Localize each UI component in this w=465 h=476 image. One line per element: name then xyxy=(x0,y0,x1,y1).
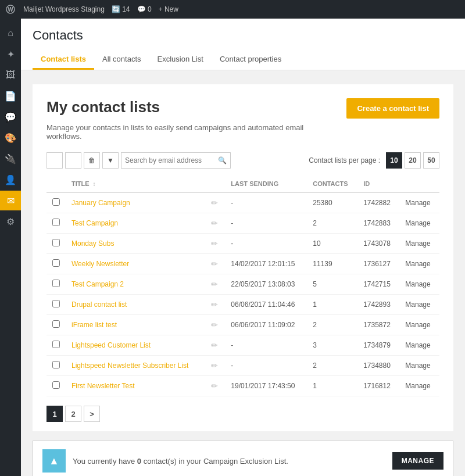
sidebar-comments[interactable]: 💬 xyxy=(0,107,21,127)
list-name-link[interactable]: Monday Subs xyxy=(71,239,114,248)
content-area: My contact lists Manage your contacts in… xyxy=(21,70,465,476)
exclusion-count: 0 xyxy=(137,457,141,466)
row-checkbox[interactable] xyxy=(52,198,60,206)
row-checkbox-cell xyxy=(46,274,66,295)
wp-logo: W xyxy=(5,3,16,15)
row-checkbox[interactable] xyxy=(52,381,60,389)
per-page-10[interactable]: 10 xyxy=(386,152,402,169)
row-checkbox-cell xyxy=(46,335,66,356)
row-edit-cell: ✏ xyxy=(205,254,226,274)
row-id: 1743078 xyxy=(357,234,399,254)
sidebar-appearance[interactable]: 🎨 xyxy=(0,128,21,148)
sidebar-mailjet[interactable]: ✉ xyxy=(0,191,21,210)
th-edit xyxy=(205,176,226,192)
row-checkbox[interactable] xyxy=(52,341,60,348)
list-name-link[interactable]: Test Campaign 2 xyxy=(71,280,124,288)
sidebar-plugins[interactable]: 🔌 xyxy=(0,149,21,169)
edit-icon[interactable]: ✏ xyxy=(211,381,218,391)
manage-link[interactable]: Manage xyxy=(405,239,430,248)
row-checkbox-cell xyxy=(46,234,66,254)
sidebar-pages[interactable]: 📄 xyxy=(0,86,21,106)
list-name-link[interactable]: January Campaign xyxy=(71,199,130,207)
list-name-link[interactable]: Test Campaign xyxy=(71,219,118,227)
row-checkbox[interactable] xyxy=(52,219,60,226)
manage-link[interactable]: Manage xyxy=(405,219,430,227)
select-all-button[interactable] xyxy=(46,152,63,169)
table-row: Lightspeed Newsletter Subscriber List ✏ … xyxy=(46,356,439,376)
exclusion-manage-button[interactable]: MANAGE xyxy=(392,452,443,470)
manage-link[interactable]: Manage xyxy=(405,321,430,329)
tab-exclusion-list[interactable]: Exclusion List xyxy=(149,50,212,70)
manage-link[interactable]: Manage xyxy=(405,341,430,349)
edit-icon[interactable]: ✏ xyxy=(211,259,218,269)
tab-contact-lists[interactable]: Contact lists xyxy=(33,50,94,70)
row-contacts: 2 xyxy=(307,315,357,335)
list-name-link[interactable]: Drupal contact list xyxy=(71,300,127,309)
list-name-link[interactable]: Lightspeed Customer List xyxy=(71,341,151,349)
exclusion-text: You currently have 0 contact(s) in your … xyxy=(73,457,385,466)
edit-icon[interactable]: ✏ xyxy=(211,341,218,350)
row-id: 1742893 xyxy=(357,295,399,315)
row-checkbox[interactable] xyxy=(52,320,60,328)
page-1-button[interactable]: 1 xyxy=(46,406,63,422)
th-title[interactable]: TITLE ↕ xyxy=(66,176,205,192)
page-next-button[interactable]: > xyxy=(84,406,100,422)
manage-link[interactable]: Manage xyxy=(405,260,430,268)
edit-icon[interactable]: ✏ xyxy=(211,280,218,289)
list-name-link[interactable]: iFrame list test xyxy=(71,321,117,329)
site-name[interactable]: Mailjet Wordpress Staging xyxy=(23,5,105,13)
filter-button[interactable]: ▼ xyxy=(102,152,119,169)
comments-count[interactable]: 💬 0 xyxy=(137,5,152,13)
row-id: 1742883 xyxy=(357,213,399,234)
manage-link[interactable]: Manage xyxy=(405,362,430,370)
edit-icon[interactable]: ✏ xyxy=(211,219,218,228)
per-page-50[interactable]: 50 xyxy=(423,152,439,169)
row-checkbox[interactable] xyxy=(52,300,60,307)
row-contacts: 1 xyxy=(307,295,357,315)
th-manage xyxy=(399,176,439,192)
per-page-control: Contact lists per page : 10 20 50 xyxy=(309,152,439,169)
new-button[interactable]: + New xyxy=(159,5,178,13)
manage-link[interactable]: Manage xyxy=(405,300,430,309)
create-contact-list-button[interactable]: Create a contact list xyxy=(346,98,439,119)
edit-icon[interactable]: ✏ xyxy=(211,361,218,370)
row-contacts: 25380 xyxy=(307,192,357,213)
row-checkbox[interactable] xyxy=(52,280,60,287)
per-page-label: Contact lists per page : xyxy=(309,156,380,164)
per-page-20[interactable]: 20 xyxy=(405,152,421,169)
row-last-sending: 22/05/2017 13:08:03 xyxy=(225,274,307,295)
tab-all-contacts[interactable]: All contacts xyxy=(94,50,149,70)
table-row: First Newsletter Test ✏ 19/01/2017 17:43… xyxy=(46,376,439,396)
sidebar-posts[interactable]: ✦ xyxy=(0,44,21,64)
row-checkbox[interactable] xyxy=(52,259,60,267)
sidebar-media[interactable]: 🖼 xyxy=(0,65,21,85)
row-checkbox[interactable] xyxy=(52,361,60,368)
edit-icon[interactable]: ✏ xyxy=(211,300,218,309)
table-row: iFrame list test ✏ 06/06/2017 11:09:02 2… xyxy=(46,315,439,335)
manage-link[interactable]: Manage xyxy=(405,382,430,390)
edit-icon[interactable]: ✏ xyxy=(211,320,218,330)
tab-contact-properties[interactable]: Contact properties xyxy=(212,50,289,70)
row-checkbox-cell xyxy=(46,376,66,396)
row-id: 1734880 xyxy=(357,356,399,376)
page-2-button[interactable]: 2 xyxy=(65,406,81,422)
edit-icon[interactable]: ✏ xyxy=(211,239,218,248)
list-name-link[interactable]: First Newsletter Test xyxy=(71,382,134,390)
delete-button[interactable]: 🗑 xyxy=(84,152,100,169)
th-checkbox xyxy=(46,176,66,192)
table-row: Drupal contact list ✏ 06/06/2017 11:04:4… xyxy=(46,295,439,315)
select-none-button[interactable] xyxy=(65,152,81,169)
manage-link[interactable]: Manage xyxy=(405,199,430,207)
list-name-link[interactable]: Weekly Newsletter xyxy=(71,260,129,268)
search-submit-button[interactable]: 🔍 xyxy=(218,156,227,164)
sidebar-settings[interactable]: ⚙ xyxy=(0,212,21,231)
row-checkbox[interactable] xyxy=(52,239,60,246)
updates-count[interactable]: 🔄 14 xyxy=(112,5,130,13)
row-id: 1742715 xyxy=(357,274,399,295)
manage-link[interactable]: Manage xyxy=(405,280,430,288)
sidebar-dashboard[interactable]: ⌂ xyxy=(0,23,21,43)
search-input[interactable] xyxy=(125,156,218,164)
sidebar-users[interactable]: 👤 xyxy=(0,170,21,189)
list-name-link[interactable]: Lightspeed Newsletter Subscriber List xyxy=(71,362,188,370)
edit-icon[interactable]: ✏ xyxy=(211,198,218,207)
